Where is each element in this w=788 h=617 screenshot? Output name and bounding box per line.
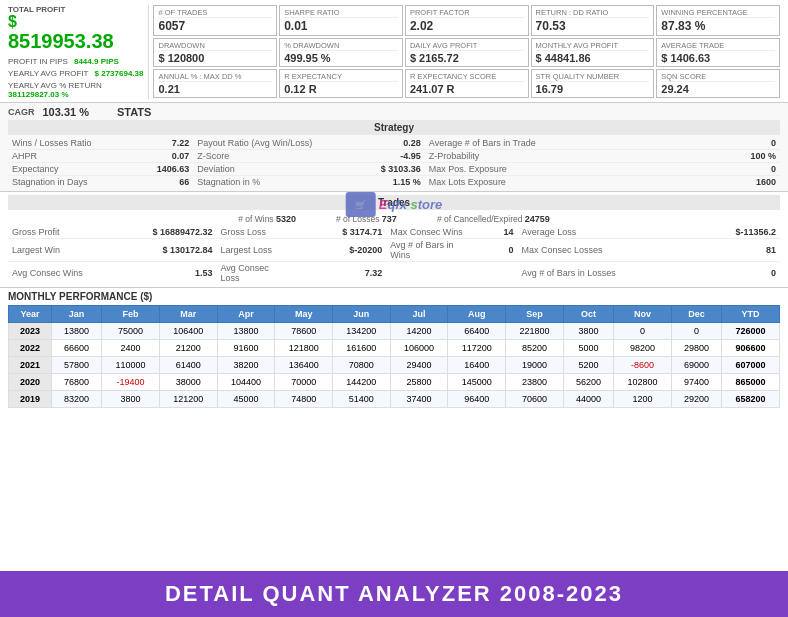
stat-r-expect-label: R EXPECTANCY xyxy=(284,72,398,82)
cagr-label: CAGR xyxy=(8,107,35,117)
monthly-cell-jun: 144200 xyxy=(333,374,391,391)
monthly-cell-oct: 3800 xyxy=(563,323,613,340)
monthly-cell-nov: -8600 xyxy=(614,357,672,374)
monthly-cell-sep: 19000 xyxy=(506,357,564,374)
strategy-r2-v1: 0.07 xyxy=(132,150,194,163)
stat-sqn-value: 16.79 xyxy=(536,83,650,95)
monthly-header-row: Year Jan Feb Mar Apr May Jun Jul Aug Sep… xyxy=(9,306,780,323)
monthly-cell-jan: 83200 xyxy=(51,391,101,408)
monthly-cell-dec: 29800 xyxy=(671,340,721,357)
strategy-r3-l2: Deviation xyxy=(193,163,363,176)
stat-return-dd-value: 70.53 xyxy=(536,19,650,33)
strategy-r4-v2: 1.15 % xyxy=(363,176,425,189)
strategy-r1-l1: Wins / Losses Ratio xyxy=(8,137,132,150)
tr1-l1: Gross Profit xyxy=(8,226,116,239)
monthly-cell-oct: 5000 xyxy=(563,340,613,357)
monthly-cell-ytd: 726000 xyxy=(722,323,780,340)
tr3-l2: Avg Consec Loss xyxy=(216,262,293,285)
monthly-cell-sep: 221800 xyxy=(506,323,564,340)
col-mar: Mar xyxy=(159,306,217,323)
monthly-cell-jun: 51400 xyxy=(333,391,391,408)
col-jun: Jun xyxy=(333,306,391,323)
monthly-cell-mar: 21200 xyxy=(159,340,217,357)
col-feb: Feb xyxy=(102,306,160,323)
stat-winning-pct: WINNING PERCENTAGE 87.83 % xyxy=(656,5,780,36)
monthly-cell-may: 70000 xyxy=(275,374,333,391)
footer-text: DETAIL QUANT ANALYZER 2008-2023 xyxy=(165,581,623,606)
monthly-cell-jul: 106000 xyxy=(390,340,448,357)
trades-row-1: Gross Profit $ 16889472.32 Gross Loss $ … xyxy=(8,226,780,239)
strategy-r4-v3: 1600 xyxy=(656,176,780,189)
monthly-title: MONTHLY PERFORMANCE ($) xyxy=(8,291,780,302)
tr2-l4: Max Consec Losses xyxy=(517,239,625,262)
strategy-r3-l1: Expectancy xyxy=(8,163,132,176)
stat-daily-avg-label: DAILY AVG PROFIT xyxy=(410,41,524,51)
strategy-r1-v3: 0 xyxy=(656,137,780,150)
stat-sharpe: SHARPE RATIO 0.01 xyxy=(279,5,403,36)
strategy-r1-v1: 7.22 xyxy=(132,137,194,150)
strategy-r2-l1: AHPR xyxy=(8,150,132,163)
losses-value: 737 xyxy=(382,214,397,224)
wins-stat: # of Wins 5320 xyxy=(238,212,296,224)
monthly-cell-aug: 16400 xyxy=(448,357,506,374)
total-profit-label: TOTAL PROFIT xyxy=(8,5,143,14)
monthly-cell-may: 74800 xyxy=(275,391,333,408)
yearly-return-label: YEARLY AVG % RETURN xyxy=(8,81,102,90)
trades-row-3: Avg Consec Wins 1.53 Avg Consec Loss 7.3… xyxy=(8,262,780,285)
col-jan: Jan xyxy=(51,306,101,323)
monthly-row: 2023138007500010640013800786001342001420… xyxy=(9,323,780,340)
tr1-l4: Average Loss xyxy=(517,226,625,239)
trades-title: Trades xyxy=(8,195,780,210)
stat-avg-trade-value: $ 1406.63 xyxy=(661,52,775,64)
tr1-l2: Gross Loss xyxy=(216,226,293,239)
stat-sqn-label: STR QUALITY NUMBER xyxy=(536,72,650,82)
monthly-cell-dec: 97400 xyxy=(671,374,721,391)
monthly-row: 202076800-194003800010440070000144200258… xyxy=(9,374,780,391)
monthly-cell-ytd: 607000 xyxy=(722,357,780,374)
col-apr: Apr xyxy=(217,306,275,323)
stat-trades-value: 6057 xyxy=(158,19,272,33)
monthly-cell-ytd: 658200 xyxy=(722,391,780,408)
strategy-row-1: Wins / Losses Ratio 7.22 Payout Ratio (A… xyxy=(8,137,780,150)
col-year: Year xyxy=(9,306,52,323)
stat-avg-trade: AVERAGE TRADE $ 1406.63 xyxy=(656,38,780,67)
stat-monthly-avg-value: $ 44841.86 xyxy=(536,52,650,64)
monthly-cell-apr: 13800 xyxy=(217,323,275,340)
monthly-cell-mar: 106400 xyxy=(159,323,217,340)
monthly-cell-feb: 2400 xyxy=(102,340,160,357)
monthly-cell-jul: 29400 xyxy=(390,357,448,374)
monthly-cell-oct: 56200 xyxy=(563,374,613,391)
yearly-avg-value: $ 2737694.38 xyxy=(95,69,144,78)
stat-r-score: R EXPECTANCY SCORE 241.07 R xyxy=(405,69,529,98)
stat-sharpe-label: SHARPE RATIO xyxy=(284,8,398,18)
stat-annual: ANNUAL % : MAX DD % 0.21 xyxy=(153,69,277,98)
stat-winning-pct-value: 87.83 % xyxy=(661,19,775,33)
monthly-cell-dec: 29200 xyxy=(671,391,721,408)
monthly-cell-ytd: 906600 xyxy=(722,340,780,357)
tr3-v2: 7.32 xyxy=(294,262,387,285)
footer-banner: DETAIL QUANT ANALYZER 2008-2023 xyxy=(0,571,788,617)
stat-r-expect-value: 0.12 R xyxy=(284,83,398,95)
monthly-cell-nov: 1200 xyxy=(614,391,672,408)
monthly-cell-year: 2022 xyxy=(9,340,52,357)
monthly-cell-sep: 23800 xyxy=(506,374,564,391)
col-nov: Nov xyxy=(614,306,672,323)
monthly-cell-year: 2021 xyxy=(9,357,52,374)
monthly-performance-table: Year Jan Feb Mar Apr May Jun Jul Aug Sep… xyxy=(8,305,780,408)
monthly-cell-mar: 121200 xyxy=(159,391,217,408)
tr2-l3: Avg # of Bars in Wins xyxy=(386,239,479,262)
stat-sqn-score-label: SQN SCORE xyxy=(661,72,775,82)
stat-pct-drawdown-label: % DRAWDOWN xyxy=(284,41,398,51)
col-may: May xyxy=(275,306,333,323)
monthly-cell-may: 78600 xyxy=(275,323,333,340)
monthly-cell-oct: 44000 xyxy=(563,391,613,408)
monthly-row: 2021578001100006140038200136400708002940… xyxy=(9,357,780,374)
stat-winning-pct-label: WINNING PERCENTAGE xyxy=(661,8,775,18)
monthly-cell-year: 2020 xyxy=(9,374,52,391)
stat-sqn-score-value: 29.24 xyxy=(661,83,775,95)
stat-profit-factor-value: 2.02 xyxy=(410,19,524,33)
wins-value: 5320 xyxy=(276,214,296,224)
stat-r-score-value: 241.07 R xyxy=(410,83,524,95)
monthly-cell-dec: 69000 xyxy=(671,357,721,374)
stat-daily-avg-value: $ 2165.72 xyxy=(410,52,524,64)
